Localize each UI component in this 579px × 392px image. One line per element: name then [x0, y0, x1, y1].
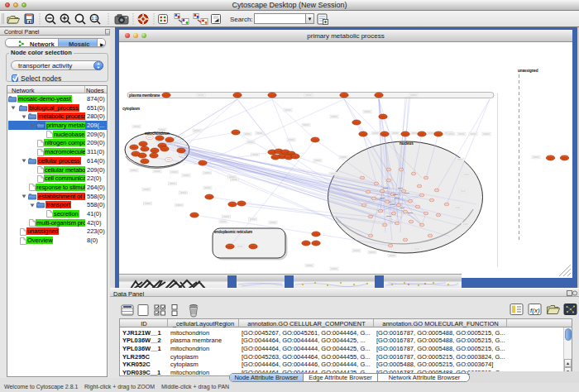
svg-text:mitochondrion: mitochondrion: [145, 131, 170, 136]
svg-text:plasma membrane: plasma membrane: [129, 93, 160, 98]
svg-text:f​(x): f​(x): [530, 307, 540, 314]
svg-text:1:1: 1:1: [92, 16, 98, 21]
svg-text:unassigned: unassigned: [518, 69, 538, 73]
svg-text:Search:: Search:: [230, 16, 253, 23]
svg-text:nucleus: nucleus: [400, 141, 414, 146]
svg-text:endoplasmic reticulum: endoplasmic reticulum: [214, 230, 252, 234]
svg-text:cytoplasm: cytoplasm: [122, 107, 140, 111]
